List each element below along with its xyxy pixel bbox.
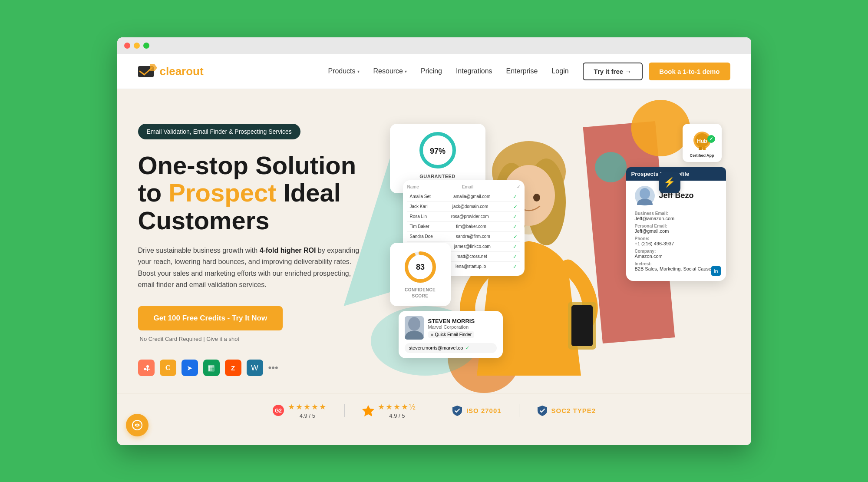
check-icon: ✓ xyxy=(513,224,517,230)
svg-point-27 xyxy=(408,317,420,331)
soc2-badge: SOC2 TYPE2 xyxy=(537,405,596,416)
jeff-bezo-avatar xyxy=(635,186,655,206)
linkedin-icon: in xyxy=(711,266,721,276)
logo-icon xyxy=(138,63,157,79)
nav-resource[interactable]: Resource ▾ xyxy=(373,67,407,75)
iso-badge: ISO 27001 xyxy=(452,405,502,416)
check-icon: ✓ xyxy=(513,244,517,250)
table-row: Amalia Setamalia@gmail.com✓ xyxy=(407,192,520,202)
svg-rect-32 xyxy=(699,147,702,150)
profile-company: Company: Amazon.com xyxy=(635,249,717,259)
try-free-button[interactable]: Try it free → xyxy=(583,63,643,80)
svg-point-8 xyxy=(146,365,149,368)
svg-marker-36 xyxy=(362,405,374,416)
nav-pricing-link[interactable]: Pricing xyxy=(421,67,442,75)
chevron-down-icon: ▾ xyxy=(405,69,407,74)
nav-products[interactable]: Products ▾ xyxy=(328,67,359,75)
maximize-dot[interactable] xyxy=(143,43,149,49)
svg-rect-18 xyxy=(571,305,593,346)
close-dot[interactable] xyxy=(124,43,130,49)
nav-enterprise[interactable]: Enterprise xyxy=(506,67,538,75)
nav-enterprise-link[interactable]: Enterprise xyxy=(506,67,538,75)
nav-login-link[interactable]: Login xyxy=(551,67,568,75)
check-icon: ✓ xyxy=(513,194,517,200)
hero-badge: Email Validation, Email Finder & Prospec… xyxy=(138,124,300,139)
g2-icon: G2 xyxy=(272,404,284,416)
svg-text:G2: G2 xyxy=(275,408,282,414)
chat-icon xyxy=(132,419,143,431)
nav-resource-link[interactable]: Resource ▾ xyxy=(373,67,407,75)
certified-app-label: Certified App xyxy=(690,153,714,158)
sendgrid-integration-icon[interactable]: ➤ xyxy=(182,360,198,376)
table-row: Rosa Linrosa@provider.com✓ xyxy=(407,212,520,222)
svg-point-11 xyxy=(144,368,146,370)
profile-phone: Phone: +1 (216) 496-3937 xyxy=(635,236,717,246)
check-badge: ✓ xyxy=(707,135,715,143)
svg-text:Hub: Hub xyxy=(697,138,707,144)
minimize-dot[interactable] xyxy=(134,43,140,49)
steven-details: STEVEN MORRIS Marvel Corporation ■ Quick… xyxy=(428,318,475,338)
chat-button[interactable] xyxy=(126,414,149,436)
check-icon: ✓ xyxy=(513,214,517,220)
hero-description: Drive sustainable business growth with 4… xyxy=(138,245,364,291)
logo-text: clearout xyxy=(160,65,204,78)
bottom-bar: G2 ★★★★★ 4.9 / 5 ★★★★½ 4.9 / 5 xyxy=(117,393,751,428)
wordpress-integration-icon[interactable]: W xyxy=(247,360,263,376)
confidence-score-label: CONFIDENCESCORE xyxy=(399,287,442,299)
table-header: NameEmail✓ xyxy=(407,185,520,189)
profile-personal-email: Personal Email: Jeff@gmail.com xyxy=(635,224,717,234)
svg-point-20 xyxy=(533,194,540,201)
hubspot-badge-inner: Hub ✓ Certified App xyxy=(683,124,722,162)
score-circle: 83 xyxy=(403,250,438,284)
table-row: Jack Karljack@domain.com✓ xyxy=(407,202,520,212)
nav-pricing[interactable]: Pricing xyxy=(421,67,442,75)
nav-login[interactable]: Login xyxy=(551,67,568,75)
deliverables-circle: 97% xyxy=(418,131,457,170)
hero-section: Email Validation, Email Finder & Prospec… xyxy=(117,89,751,393)
nav-products-link[interactable]: Products ▾ xyxy=(328,67,359,75)
confidence-score-card: 83 CONFIDENCESCORE xyxy=(390,243,451,306)
no-credit-card-text: No Credit Card Required | Give it a shot xyxy=(138,336,390,342)
shield-icon xyxy=(537,405,548,416)
nav-integrations-link[interactable]: Integrations xyxy=(456,67,492,75)
profile-interest: Inetrest: B2B Sales, Marketing, Social C… xyxy=(635,261,717,271)
steven-avatar xyxy=(405,316,424,340)
browser-window: clearout Products ▾ Resource ▾ xyxy=(117,37,751,445)
zapier-integration-icon[interactable]: Z xyxy=(225,360,241,376)
googlesheets-integration-icon[interactable]: ▦ xyxy=(203,360,220,376)
hero-right: 97% GUARANTEEDDELIVERABLES NameEmail✓ Am… xyxy=(390,115,730,384)
table-row: Sandra Doesandra@firm.com✓ xyxy=(407,232,520,242)
chevron-down-icon: ▾ xyxy=(357,69,360,74)
check-icon: ✓ xyxy=(513,254,517,260)
nav-integrations[interactable]: Integrations xyxy=(456,67,492,75)
steven-info: STEVEN MORRIS Marvel Corporation ■ Quick… xyxy=(405,316,497,340)
more-integrations: ••• xyxy=(268,362,278,373)
steven-email: steven.morris@marvel.co ✓ xyxy=(405,343,497,353)
svg-point-28 xyxy=(640,188,650,199)
g2-rating: G2 ★★★★★ 4.9 / 5 xyxy=(272,402,327,419)
soc2-text: SOC2 TYPE2 xyxy=(551,407,596,414)
hubspot-certified-badge: Hub ✓ Certified App xyxy=(683,124,722,162)
check-icon: ✓ xyxy=(513,264,517,270)
browser-content: clearout Products ▾ Resource ▾ xyxy=(117,54,751,445)
divider xyxy=(344,404,345,417)
lightning-icon: ⚡ xyxy=(663,177,675,188)
integrations-row: C ➤ ▦ Z W ••• xyxy=(138,360,390,376)
hero-left: Email Validation, Email Finder & Prospec… xyxy=(138,115,390,384)
divider xyxy=(519,404,519,417)
svg-rect-33 xyxy=(703,147,706,150)
hero-title: One-stop Solution to Prospect Ideal Cust… xyxy=(138,152,390,234)
crunchbase-integration-icon[interactable]: C xyxy=(160,360,176,376)
capterra-icon xyxy=(362,404,374,416)
capterra-rating: ★★★★½ 4.9 / 5 xyxy=(362,402,416,419)
iso-text: ISO 27001 xyxy=(466,407,502,414)
browser-chrome xyxy=(117,37,751,54)
book-demo-button[interactable]: Book a 1-to-1 demo xyxy=(649,63,730,80)
table-row: Tim Bakertim@baker.com✓ xyxy=(407,222,520,232)
lightning-bolt-badge: ⚡ xyxy=(659,172,680,193)
divider xyxy=(434,404,434,417)
hubspot-integration-icon[interactable] xyxy=(138,360,155,376)
check-icon: ✓ xyxy=(513,234,518,240)
nav-links: Products ▾ Resource ▾ Pricing xyxy=(328,67,568,75)
cta-button[interactable]: Get 100 Free Credits - Try It Now xyxy=(138,306,283,330)
